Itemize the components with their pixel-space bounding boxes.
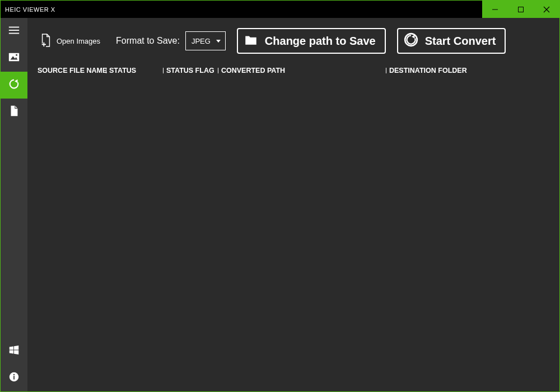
svg-marker-8 <box>15 80 17 83</box>
sidebar-menu[interactable] <box>1 18 27 45</box>
window-controls <box>482 1 559 18</box>
window-title: HEIC VIEWER X <box>1 1 55 18</box>
svg-rect-4 <box>9 33 19 34</box>
column-status[interactable]: STATUS <box>109 67 166 74</box>
svg-marker-12 <box>14 350 18 354</box>
main-panel: Open Images Format to Save: JPEG Change … <box>27 18 559 391</box>
column-converted-path[interactable]: CONVERTED PATH <box>221 67 389 74</box>
svg-point-7 <box>16 54 17 56</box>
svg-point-15 <box>13 374 15 375</box>
folder-icon <box>244 32 258 50</box>
column-source-file-name[interactable]: SOURCE FILE NAME <box>38 67 109 74</box>
open-images-icon <box>40 33 52 49</box>
svg-rect-2 <box>9 27 19 28</box>
table-header: SOURCE FILE NAME STATUS STATUS FLAG CONV… <box>27 64 559 77</box>
format-selected-value: JPEG <box>192 37 211 45</box>
format-select[interactable]: JPEG <box>185 31 226 50</box>
svg-marker-11 <box>10 350 13 353</box>
svg-rect-0 <box>492 9 498 10</box>
change-path-label: Change path to Save <box>265 35 376 48</box>
toolbar: Open Images Format to Save: JPEG Change … <box>27 18 559 64</box>
file-icon <box>8 105 20 119</box>
chevron-down-icon <box>216 40 221 43</box>
menu-icon <box>8 24 20 39</box>
column-status-flag[interactable]: STATUS FLAG <box>166 67 221 74</box>
start-convert-button[interactable]: Start Convert <box>397 28 506 54</box>
maximize-button[interactable] <box>508 1 534 18</box>
svg-rect-1 <box>519 7 524 12</box>
format-to-save-label: Format to Save: <box>111 36 180 46</box>
start-convert-label: Start Convert <box>425 35 496 48</box>
sidebar-file[interactable] <box>1 99 27 125</box>
svg-marker-9 <box>10 346 13 349</box>
sidebar-info[interactable] <box>1 365 27 391</box>
svg-rect-18 <box>43 42 44 46</box>
open-images-button[interactable]: Open Images <box>40 33 100 49</box>
svg-marker-20 <box>412 35 414 39</box>
titlebar: HEIC VIEWER X <box>1 1 559 18</box>
windows-icon <box>8 344 20 358</box>
open-images-label: Open Images <box>57 37 100 45</box>
sidebar <box>1 18 27 391</box>
change-path-button[interactable]: Change path to Save <box>237 28 386 54</box>
sidebar-convert[interactable] <box>1 72 27 99</box>
svg-marker-10 <box>14 346 18 350</box>
info-icon <box>8 371 20 385</box>
close-button[interactable] <box>534 1 559 18</box>
svg-rect-3 <box>9 30 19 31</box>
sidebar-image[interactable] <box>1 45 27 72</box>
image-icon <box>8 51 20 66</box>
convert-icon <box>8 78 20 92</box>
column-destination-folder[interactable]: DESTINATION FOLDER <box>389 67 559 74</box>
svg-rect-14 <box>13 376 15 379</box>
svg-rect-5 <box>9 53 19 62</box>
table-body-empty <box>27 77 559 391</box>
sidebar-windows[interactable] <box>1 338 27 365</box>
app-window: HEIC VIEWER X <box>0 0 560 392</box>
minimize-button[interactable] <box>482 1 508 18</box>
start-convert-icon <box>404 32 418 50</box>
